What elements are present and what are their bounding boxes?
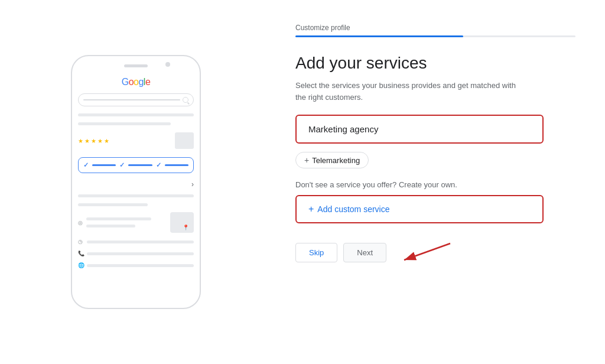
blue-dash-1 xyxy=(92,164,116,166)
phone-camera xyxy=(165,62,170,67)
marketing-agency-card[interactable]: Marketing agency xyxy=(295,115,544,144)
telemarketing-chip[interactable]: + Telemarketing xyxy=(295,152,369,168)
mock-line-9 xyxy=(87,264,194,267)
mock-line-8 xyxy=(87,252,194,255)
add-custom-service-button[interactable]: + Add custom service xyxy=(295,195,544,223)
phone-search-icon xyxy=(183,97,188,103)
blue-dash-3 xyxy=(165,164,188,166)
map-row: ◎ 📍 xyxy=(78,212,194,233)
phone-search-bar xyxy=(78,93,194,106)
action-buttons-row: Skip Next xyxy=(295,238,575,267)
google-logo: Google xyxy=(78,77,194,87)
check-icon-2: ✓ xyxy=(119,161,125,169)
next-button[interactable]: Next xyxy=(343,243,386,262)
phone-arrow: › xyxy=(78,180,194,188)
page-title: Add your services xyxy=(295,54,575,73)
mock-line-7 xyxy=(87,240,194,243)
red-arrow-annotation xyxy=(398,238,451,267)
progress-section: Customize profile xyxy=(295,24,575,37)
phone-icon: 📞 xyxy=(78,251,84,256)
mock-line-4 xyxy=(78,203,148,206)
skip-button[interactable]: Skip xyxy=(295,243,337,262)
progress-bar-fill xyxy=(295,35,463,37)
website-row: 🌐 xyxy=(78,262,194,268)
mock-line-6 xyxy=(86,225,135,228)
check-icon-1: ✓ xyxy=(83,161,89,169)
chip-plus-icon: + xyxy=(304,155,309,165)
phone-features-card: ✓ ✓ ✓ xyxy=(78,157,194,173)
right-panel: Customize profile Add your services Sele… xyxy=(272,0,605,364)
clock-icon: ◷ xyxy=(78,239,84,245)
marketing-agency-label: Marketing agency xyxy=(308,124,378,134)
mock-line-1 xyxy=(78,113,194,116)
mock-line-2 xyxy=(78,122,171,125)
phone-illustration: Google ★ ★ ★ ★ ★ ✓ ✓ ✓ › xyxy=(0,0,272,364)
map-thumbnail: 📍 xyxy=(170,212,194,233)
mock-line-5 xyxy=(86,217,151,220)
service-chips: + Telemarketing xyxy=(295,152,575,168)
shop-thumbnail xyxy=(175,132,194,149)
progress-label: Customize profile xyxy=(295,24,575,32)
progress-bar-background xyxy=(295,35,575,37)
mock-line-3 xyxy=(78,194,194,197)
svg-line-1 xyxy=(404,243,450,260)
hours-row: ◷ xyxy=(78,239,194,245)
page-subtitle: Select the services your business provid… xyxy=(295,80,520,103)
telemarketing-label: Telemarketing xyxy=(312,156,360,165)
globe-icon: 🌐 xyxy=(78,262,84,268)
location-icon: ◎ xyxy=(78,220,84,226)
phone-row: 📞 xyxy=(78,251,194,256)
phone-mockup: Google ★ ★ ★ ★ ★ ✓ ✓ ✓ › xyxy=(71,55,201,309)
blue-dash-2 xyxy=(128,164,152,166)
phone-speaker xyxy=(124,64,148,67)
custom-service-prompt: Don't see a service you offer? Create yo… xyxy=(295,180,575,189)
add-custom-plus-icon: + xyxy=(308,204,314,214)
add-custom-service-label: Add custom service xyxy=(317,204,389,214)
stars-row: ★ ★ ★ ★ ★ xyxy=(78,132,194,149)
map-pin: 📍 xyxy=(183,225,189,230)
check-icon-3: ✓ xyxy=(156,161,161,169)
